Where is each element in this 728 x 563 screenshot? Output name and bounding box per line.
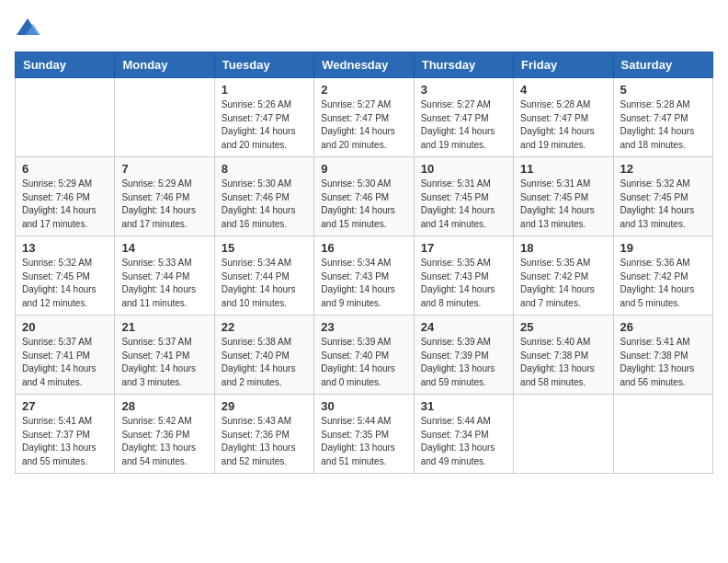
day-info: Sunrise: 5:27 AM Sunset: 7:47 PM Dayligh… bbox=[321, 98, 406, 152]
day-number: 18 bbox=[520, 241, 606, 255]
day-info: Sunrise: 5:42 AM Sunset: 7:36 PM Dayligh… bbox=[121, 415, 207, 468]
day-info: Sunrise: 5:28 AM Sunset: 7:47 PM Dayligh… bbox=[620, 98, 706, 152]
calendar-cell: 3Sunrise: 5:27 AM Sunset: 7:47 PM Daylig… bbox=[414, 78, 513, 157]
day-number: 13 bbox=[22, 241, 108, 255]
calendar-cell: 13Sunrise: 5:32 AM Sunset: 7:45 PM Dayli… bbox=[16, 236, 115, 316]
day-number: 1 bbox=[222, 83, 307, 97]
weekday-header-row: SundayMondayTuesdayWednesdayThursdayFrid… bbox=[16, 52, 713, 78]
calendar-cell: 5Sunrise: 5:28 AM Sunset: 7:47 PM Daylig… bbox=[613, 78, 712, 157]
day-info: Sunrise: 5:31 AM Sunset: 7:45 PM Dayligh… bbox=[520, 178, 606, 231]
page-header bbox=[15, 15, 713, 40]
day-number: 22 bbox=[222, 320, 307, 334]
day-number: 26 bbox=[620, 320, 706, 334]
calendar-cell: 22Sunrise: 5:38 AM Sunset: 7:40 PM Dayli… bbox=[214, 316, 313, 395]
calendar-header: SundayMondayTuesdayWednesdayThursdayFrid… bbox=[16, 52, 713, 78]
day-number: 12 bbox=[620, 162, 706, 176]
day-number: 24 bbox=[421, 320, 506, 334]
calendar-cell: 19Sunrise: 5:36 AM Sunset: 7:42 PM Dayli… bbox=[613, 236, 712, 316]
day-number: 4 bbox=[520, 83, 606, 97]
calendar-cell: 6Sunrise: 5:29 AM Sunset: 7:46 PM Daylig… bbox=[16, 157, 115, 236]
day-info: Sunrise: 5:39 AM Sunset: 7:39 PM Dayligh… bbox=[421, 336, 506, 389]
day-number: 3 bbox=[421, 83, 506, 97]
day-info: Sunrise: 5:30 AM Sunset: 7:46 PM Dayligh… bbox=[222, 178, 307, 231]
day-info: Sunrise: 5:34 AM Sunset: 7:43 PM Dayligh… bbox=[321, 257, 406, 310]
logo-icon bbox=[15, 15, 40, 40]
day-info: Sunrise: 5:31 AM Sunset: 7:45 PM Dayligh… bbox=[421, 178, 506, 231]
day-info: Sunrise: 5:28 AM Sunset: 7:47 PM Dayligh… bbox=[520, 98, 606, 152]
day-info: Sunrise: 5:32 AM Sunset: 7:45 PM Dayligh… bbox=[22, 257, 108, 310]
calendar-cell: 28Sunrise: 5:42 AM Sunset: 7:36 PM Dayli… bbox=[115, 395, 214, 474]
day-number: 5 bbox=[620, 83, 706, 97]
day-info: Sunrise: 5:40 AM Sunset: 7:38 PM Dayligh… bbox=[520, 336, 606, 389]
day-number: 10 bbox=[421, 162, 506, 176]
calendar-cell bbox=[514, 395, 613, 474]
calendar-cell: 30Sunrise: 5:44 AM Sunset: 7:35 PM Dayli… bbox=[314, 395, 414, 474]
calendar-cell: 1Sunrise: 5:26 AM Sunset: 7:47 PM Daylig… bbox=[214, 78, 313, 157]
calendar-cell bbox=[115, 78, 214, 157]
calendar-cell: 18Sunrise: 5:35 AM Sunset: 7:42 PM Dayli… bbox=[514, 236, 613, 316]
day-number: 21 bbox=[121, 320, 207, 334]
day-info: Sunrise: 5:27 AM Sunset: 7:47 PM Dayligh… bbox=[421, 98, 506, 152]
weekday-header-monday: Monday bbox=[115, 52, 214, 78]
calendar-cell: 31Sunrise: 5:44 AM Sunset: 7:34 PM Dayli… bbox=[414, 395, 513, 474]
day-number: 31 bbox=[421, 399, 506, 413]
calendar-cell: 8Sunrise: 5:30 AM Sunset: 7:46 PM Daylig… bbox=[214, 157, 313, 236]
calendar-cell: 21Sunrise: 5:37 AM Sunset: 7:41 PM Dayli… bbox=[115, 316, 214, 395]
day-number: 28 bbox=[121, 399, 207, 413]
calendar-cell bbox=[613, 395, 712, 474]
calendar-cell: 20Sunrise: 5:37 AM Sunset: 7:41 PM Dayli… bbox=[16, 316, 115, 395]
day-info: Sunrise: 5:37 AM Sunset: 7:41 PM Dayligh… bbox=[22, 336, 108, 389]
day-info: Sunrise: 5:33 AM Sunset: 7:44 PM Dayligh… bbox=[121, 257, 207, 310]
calendar-cell: 16Sunrise: 5:34 AM Sunset: 7:43 PM Dayli… bbox=[314, 236, 414, 316]
calendar-cell: 15Sunrise: 5:34 AM Sunset: 7:44 PM Dayli… bbox=[214, 236, 313, 316]
day-info: Sunrise: 5:38 AM Sunset: 7:40 PM Dayligh… bbox=[222, 336, 307, 389]
calendar-cell: 17Sunrise: 5:35 AM Sunset: 7:43 PM Dayli… bbox=[414, 236, 513, 316]
calendar-cell: 2Sunrise: 5:27 AM Sunset: 7:47 PM Daylig… bbox=[314, 78, 414, 157]
logo bbox=[15, 15, 44, 40]
day-number: 9 bbox=[321, 162, 406, 176]
day-number: 15 bbox=[222, 241, 307, 255]
day-info: Sunrise: 5:41 AM Sunset: 7:38 PM Dayligh… bbox=[620, 336, 706, 389]
day-number: 6 bbox=[22, 162, 108, 176]
day-number: 29 bbox=[222, 399, 307, 413]
day-info: Sunrise: 5:30 AM Sunset: 7:46 PM Dayligh… bbox=[321, 178, 406, 231]
calendar-cell: 4Sunrise: 5:28 AM Sunset: 7:47 PM Daylig… bbox=[514, 78, 613, 157]
day-number: 16 bbox=[321, 241, 406, 255]
weekday-header-thursday: Thursday bbox=[414, 52, 513, 78]
weekday-header-friday: Friday bbox=[514, 52, 613, 78]
day-info: Sunrise: 5:32 AM Sunset: 7:45 PM Dayligh… bbox=[620, 178, 706, 231]
weekday-header-wednesday: Wednesday bbox=[314, 52, 414, 78]
day-number: 19 bbox=[620, 241, 706, 255]
calendar-table: SundayMondayTuesdayWednesdayThursdayFrid… bbox=[15, 52, 713, 474]
day-info: Sunrise: 5:29 AM Sunset: 7:46 PM Dayligh… bbox=[22, 178, 108, 231]
weekday-header-sunday: Sunday bbox=[16, 52, 115, 78]
day-number: 14 bbox=[121, 241, 207, 255]
calendar-cell: 25Sunrise: 5:40 AM Sunset: 7:38 PM Dayli… bbox=[514, 316, 613, 395]
day-info: Sunrise: 5:44 AM Sunset: 7:35 PM Dayligh… bbox=[321, 415, 406, 468]
day-info: Sunrise: 5:41 AM Sunset: 7:37 PM Dayligh… bbox=[22, 415, 108, 468]
calendar-cell: 10Sunrise: 5:31 AM Sunset: 7:45 PM Dayli… bbox=[414, 157, 513, 236]
day-number: 30 bbox=[321, 399, 406, 413]
weekday-header-tuesday: Tuesday bbox=[214, 52, 313, 78]
day-number: 27 bbox=[22, 399, 108, 413]
day-number: 11 bbox=[520, 162, 606, 176]
day-number: 23 bbox=[321, 320, 406, 334]
calendar-week-row: 27Sunrise: 5:41 AM Sunset: 7:37 PM Dayli… bbox=[16, 395, 713, 474]
day-info: Sunrise: 5:36 AM Sunset: 7:42 PM Dayligh… bbox=[620, 257, 706, 310]
day-info: Sunrise: 5:37 AM Sunset: 7:41 PM Dayligh… bbox=[121, 336, 207, 389]
calendar-cell bbox=[16, 78, 115, 157]
day-number: 7 bbox=[121, 162, 207, 176]
day-info: Sunrise: 5:34 AM Sunset: 7:44 PM Dayligh… bbox=[222, 257, 307, 310]
day-info: Sunrise: 5:35 AM Sunset: 7:42 PM Dayligh… bbox=[520, 257, 606, 310]
day-number: 17 bbox=[421, 241, 506, 255]
calendar-cell: 27Sunrise: 5:41 AM Sunset: 7:37 PM Dayli… bbox=[16, 395, 115, 474]
calendar-week-row: 13Sunrise: 5:32 AM Sunset: 7:45 PM Dayli… bbox=[16, 236, 713, 316]
calendar-cell: 12Sunrise: 5:32 AM Sunset: 7:45 PM Dayli… bbox=[613, 157, 712, 236]
calendar-cell: 29Sunrise: 5:43 AM Sunset: 7:36 PM Dayli… bbox=[214, 395, 313, 474]
day-number: 2 bbox=[321, 83, 406, 97]
day-info: Sunrise: 5:26 AM Sunset: 7:47 PM Dayligh… bbox=[222, 98, 307, 152]
day-number: 20 bbox=[22, 320, 108, 334]
day-number: 8 bbox=[222, 162, 307, 176]
weekday-header-saturday: Saturday bbox=[613, 52, 712, 78]
calendar-week-row: 20Sunrise: 5:37 AM Sunset: 7:41 PM Dayli… bbox=[16, 316, 713, 395]
